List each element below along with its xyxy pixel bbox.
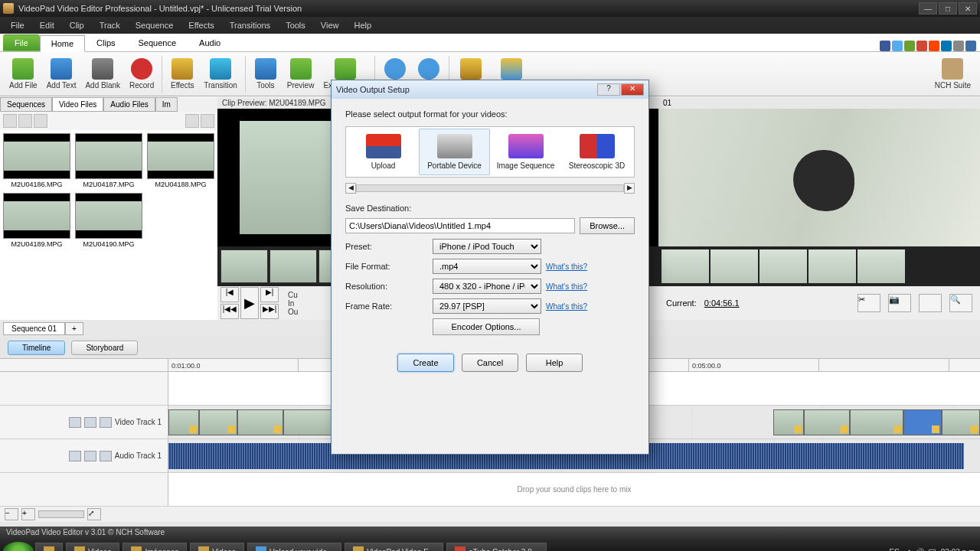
gplus-icon[interactable] <box>916 41 927 51</box>
clip-item[interactable]: M2U04188.MPG <box>147 133 214 188</box>
cut-button[interactable]: ✂ <box>858 294 880 312</box>
render-button[interactable] <box>919 294 942 312</box>
slider-right-icon[interactable]: ▶ <box>624 183 635 194</box>
zoom-out-icon[interactable]: − <box>5 508 18 520</box>
clip-item[interactable]: M2U04187.MPG <box>75 133 142 188</box>
audio-mute-icon[interactable] <box>69 451 81 461</box>
more-icon[interactable] <box>953 41 964 51</box>
taskbar-item[interactable]: Upload your vide... <box>247 543 341 551</box>
whats-this-link[interactable]: What's this? <box>546 282 587 291</box>
next-frame-button[interactable]: ▶| <box>260 287 279 302</box>
twitter-icon[interactable] <box>892 41 903 51</box>
tab-file[interactable]: File <box>3 34 40 51</box>
menu-transitions[interactable]: Transitions <box>222 19 278 31</box>
whats-this-link[interactable]: What's this? <box>546 262 587 271</box>
output-upload[interactable]: Upload <box>348 129 419 175</box>
clip-item[interactable]: M2U04189.MPG <box>3 193 70 248</box>
output-image-sequence[interactable]: Image Sequence <box>490 129 561 175</box>
transition-button[interactable]: Transition <box>199 57 242 91</box>
menu-effects[interactable]: Effects <box>181 19 221 31</box>
start-button[interactable]: |◀◀ <box>220 304 239 319</box>
file-format-select[interactable]: .mp4 <box>433 259 541 274</box>
taskbar-item[interactable]: Videos <box>190 543 243 551</box>
zoom-in-button[interactable]: 🔍 <box>949 294 972 312</box>
tools-button[interactable]: Tools <box>249 57 283 91</box>
tab-sequence[interactable]: Sequence <box>127 34 188 51</box>
video-eye-icon[interactable] <box>69 417 81 428</box>
minimize-button[interactable]: — <box>919 2 937 15</box>
start-button[interactable] <box>3 542 34 551</box>
taskbar-item[interactable]: VideoPad Video E... <box>345 543 443 551</box>
audio-lock-icon[interactable] <box>84 451 96 461</box>
add-file-button[interactable]: Add File <box>5 57 42 91</box>
slider-left-icon[interactable]: ◀ <box>345 183 356 194</box>
dialog-close-button[interactable]: ✕ <box>621 83 644 96</box>
preview-button[interactable]: Preview <box>283 57 319 91</box>
sound-drop[interactable]: Drop your sound clips here to mix <box>168 473 980 506</box>
menu-edit[interactable]: Edit <box>32 19 62 31</box>
taskbar-item[interactable]: Videos <box>66 543 119 551</box>
help-button[interactable]: Help <box>526 354 583 372</box>
menu-track[interactable]: Track <box>92 19 128 31</box>
close-button[interactable]: ✕ <box>959 2 977 15</box>
clock[interactable]: 03:03 p.m. <box>941 548 977 552</box>
maximize-button[interactable]: □ <box>939 2 957 15</box>
media-grid-icon[interactable] <box>185 114 199 128</box>
audio-fx-icon[interactable] <box>100 451 112 461</box>
prev-frame-button[interactable]: |◀ <box>220 287 239 302</box>
effects-button[interactable]: Effects <box>165 57 199 91</box>
encoder-options-button[interactable]: Encoder Options... <box>433 318 540 335</box>
linkedin-icon[interactable] <box>941 41 952 51</box>
menu-view[interactable]: View <box>313 19 347 31</box>
video-lock-icon[interactable] <box>84 417 96 428</box>
taskbar-item[interactable]: aTube Catcher 3.8... <box>446 543 547 551</box>
tab-audio-files[interactable]: Audio Files <box>103 97 155 112</box>
whats-this-link[interactable]: What's this? <box>546 302 587 311</box>
output-stereoscopic[interactable]: Stereoscopic 3D <box>561 129 632 175</box>
seq-filmstrip[interactable] <box>658 246 980 286</box>
nch-suite-button[interactable]: NCH Suite <box>930 57 975 91</box>
tab-images[interactable]: Im <box>155 97 178 112</box>
tab-sequences[interactable]: Sequences <box>0 97 52 112</box>
create-button[interactable]: Create <box>397 354 454 372</box>
help-icon[interactable] <box>965 41 976 51</box>
facebook-icon[interactable] <box>880 41 890 51</box>
play-button[interactable]: ▶ <box>240 287 259 319</box>
tab-video-files[interactable]: Video Files <box>52 97 103 112</box>
zoom-fit-icon[interactable]: ⤢ <box>87 508 101 520</box>
cancel-button[interactable]: Cancel <box>462 354 518 372</box>
timeline-view-button[interactable]: Timeline <box>8 341 65 355</box>
dialog-titlebar[interactable]: Video Output Setup ? ✕ <box>332 80 648 99</box>
share-icon[interactable] <box>904 41 915 51</box>
preset-select[interactable]: iPhone / iPod Touch <box>433 239 541 254</box>
end-button[interactable]: ▶▶| <box>260 304 279 319</box>
frame-rate-select[interactable]: 29.97 [PSP] <box>433 298 541 314</box>
zoom-slider[interactable] <box>38 510 84 518</box>
tray-icon[interactable]: 🔊 <box>915 548 924 552</box>
taskbar-item[interactable]: Imágenes <box>122 543 187 551</box>
save-path-input[interactable] <box>345 218 575 233</box>
menu-help[interactable]: Help <box>346 19 379 31</box>
browse-button[interactable]: Browse... <box>580 217 635 234</box>
media-add-icon[interactable] <box>3 114 17 128</box>
media-prev-icon[interactable] <box>18 114 32 128</box>
tab-home[interactable]: Home <box>40 35 85 52</box>
tray-icon[interactable]: 🛡 <box>929 548 936 552</box>
tab-audio[interactable]: Audio <box>188 34 232 51</box>
video-fx-icon[interactable] <box>100 417 112 428</box>
add-text-button[interactable]: Add Text <box>42 57 81 91</box>
seq-current-time[interactable]: 0:04:56.1 <box>704 298 740 308</box>
clip-item[interactable]: M2U04190.MPG <box>75 193 142 248</box>
media-next-icon[interactable] <box>34 114 47 128</box>
output-slider[interactable]: ◀ ▶ <box>345 182 635 194</box>
resolution-select[interactable]: 480 x 320 - iPhone / iPod To <box>433 279 541 294</box>
record-button[interactable]: Record <box>125 57 158 91</box>
add-sequence-button[interactable]: + <box>65 322 83 335</box>
menu-tools[interactable]: Tools <box>278 19 313 31</box>
media-list-icon[interactable] <box>201 114 214 128</box>
output-portable-device[interactable]: Portable Device <box>419 129 490 175</box>
storyboard-view-button[interactable]: Storyboard <box>71 341 138 355</box>
tab-clips[interactable]: Clips <box>85 34 126 51</box>
menu-clip[interactable]: Clip <box>62 19 92 31</box>
stumble-icon[interactable] <box>929 41 939 51</box>
